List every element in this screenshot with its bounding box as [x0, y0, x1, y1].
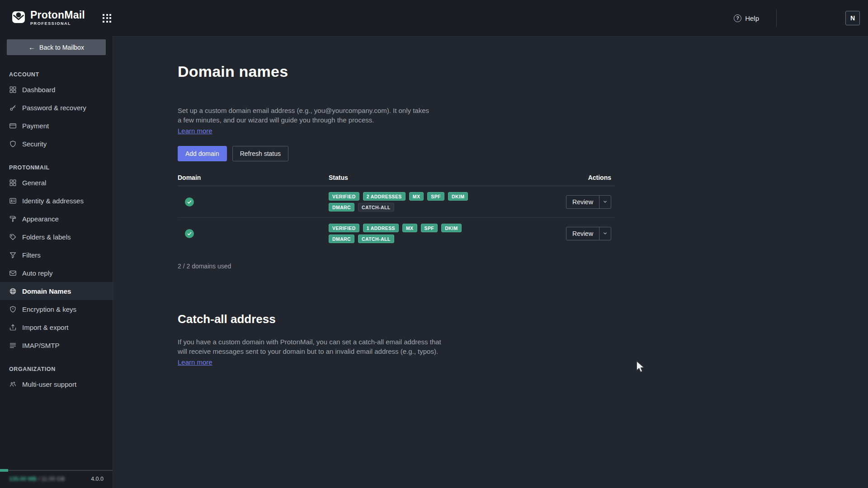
- table-row: VERIFIED 2 ADDRESSES MX SPF DKIM DMARC C…: [178, 186, 615, 218]
- shield-icon: [9, 305, 17, 313]
- grid-icon: [9, 179, 17, 187]
- back-to-mailbox-label: Back to Mailbox: [39, 44, 84, 51]
- sidebar-item-payment[interactable]: Payment: [0, 117, 113, 135]
- review-button[interactable]: Review: [566, 227, 599, 240]
- sidebar-item-label: Password & recovery: [22, 104, 86, 112]
- users-icon: [9, 380, 17, 388]
- funnel-icon: [9, 251, 17, 259]
- sidebar-item-label: Multi-user support: [22, 380, 76, 388]
- page-title: Domain names: [178, 63, 615, 80]
- sidebar-item-multi-user-support[interactable]: Multi-user support: [0, 375, 113, 393]
- sidebar-item-imap-smtp[interactable]: IMAP/SMTP: [0, 336, 113, 354]
- help-button[interactable]: ? Help: [734, 14, 759, 22]
- help-label: Help: [745, 14, 759, 22]
- sidebar-item-label: Domain Names: [22, 287, 71, 295]
- chevron-down-icon: [603, 199, 608, 204]
- domains-used-counter: 2 / 2 domains used: [178, 263, 615, 270]
- learn-more-link-domains[interactable]: Learn more: [178, 127, 212, 135]
- help-icon: ?: [734, 14, 741, 22]
- status-badge: DMARC: [329, 203, 354, 211]
- status-badge: 1 ADDRESS: [363, 224, 399, 232]
- tag-icon: [9, 233, 17, 241]
- sidebar-item-dashboard[interactable]: Dashboard: [0, 80, 113, 99]
- export-icon: [9, 324, 17, 331]
- status-badge: VERIFIED: [329, 192, 359, 201]
- sidebar-item-import-export[interactable]: Import & export: [0, 318, 113, 336]
- section-title-account: ACCOUNT: [0, 71, 113, 78]
- topbar: ProtonMail PROFESSIONAL ? Help N: [0, 0, 868, 36]
- domain-cell: [178, 229, 329, 238]
- app-switcher-button[interactable]: [99, 10, 115, 26]
- sidebar-item-label: Encryption & keys: [22, 305, 76, 313]
- storage-progress-used: [0, 469, 8, 472]
- topbar-right: ? Help N: [734, 9, 860, 27]
- protonmail-settings-app: ProtonMail PROFESSIONAL ? Help N ← Back …: [0, 0, 868, 488]
- domain-actions-row: Add domain Refresh status: [178, 146, 615, 161]
- status-badge: MX: [409, 192, 424, 201]
- verified-check-icon: [185, 197, 194, 206]
- protonmail-logo[interactable]: ProtonMail PROFESSIONAL: [11, 10, 85, 26]
- review-dropdown-toggle[interactable]: [599, 227, 611, 240]
- logo-title: ProtonMail: [30, 10, 85, 20]
- actions-cell: Review: [552, 227, 615, 240]
- sidebar-item-label: Filters: [22, 251, 41, 259]
- credit-card-icon: [9, 122, 17, 130]
- envelope-icon: [9, 269, 17, 277]
- review-button[interactable]: Review: [566, 196, 599, 208]
- logo-wordmark: ProtonMail PROFESSIONAL: [30, 10, 85, 26]
- sidebar-item-security[interactable]: Security: [0, 135, 113, 153]
- settings-content: Domain names Set up a custom domain emai…: [113, 36, 868, 488]
- sidebar-item-identity-addresses[interactable]: Identity & addresses: [0, 192, 113, 210]
- status-badges: VERIFIED 1 ADDRESS MX SPF DKIM DMARC CAT…: [329, 224, 473, 243]
- status-badge: CATCH-ALL: [358, 235, 394, 243]
- sidebar-item-label: Identity & addresses: [22, 197, 84, 205]
- domain-cell: [178, 197, 329, 206]
- review-split-button: Review: [566, 227, 611, 240]
- status-badge: VERIFIED: [329, 224, 359, 232]
- sidebar-item-auto-reply[interactable]: Auto reply: [0, 264, 113, 282]
- shield-icon: [9, 140, 17, 148]
- sidebar-item-label: Auto reply: [22, 269, 53, 277]
- sidebar-item-password-recovery[interactable]: Password & recovery: [0, 99, 113, 117]
- sidebar-item-label: Dashboard: [22, 86, 55, 94]
- sidebar-item-domain-names[interactable]: Domain Names: [0, 282, 113, 300]
- review-split-button: Review: [566, 195, 611, 209]
- status-badge: SPF: [427, 192, 444, 201]
- sidebar-item-encryption-keys[interactable]: Encryption & keys: [0, 300, 113, 318]
- add-domain-button[interactable]: Add domain: [178, 146, 227, 161]
- column-header-domain: Domain: [178, 174, 329, 181]
- topbar-divider: [776, 9, 777, 27]
- globe-icon: [9, 287, 17, 295]
- refresh-status-button[interactable]: Refresh status: [232, 146, 288, 161]
- sidebar-item-label: IMAP/SMTP: [22, 342, 60, 349]
- review-dropdown-toggle[interactable]: [599, 196, 611, 208]
- sidebar-item-appearance[interactable]: Appearance: [0, 210, 113, 228]
- table-row: VERIFIED 1 ADDRESS MX SPF DKIM DMARC CAT…: [178, 218, 615, 249]
- sidebar-item-general[interactable]: General: [0, 174, 113, 192]
- column-header-actions: Actions: [552, 174, 615, 181]
- catchall-body-text: If you have a custom domain with ProtonM…: [178, 337, 444, 356]
- back-to-mailbox-button[interactable]: ← Back to Mailbox: [7, 39, 106, 55]
- back-arrow-icon: ←: [28, 43, 35, 51]
- learn-more-link-catchall[interactable]: Learn more: [178, 358, 212, 366]
- status-badge: MX: [402, 224, 417, 232]
- catchall-section-title: Catch-all address: [178, 312, 615, 326]
- dashboard-grid-icon: [9, 86, 17, 94]
- id-card-icon: [9, 197, 17, 205]
- status-badges: VERIFIED 2 ADDRESSES MX SPF DKIM DMARC C…: [329, 192, 473, 211]
- section-title-organization: ORGANIZATION: [0, 366, 113, 372]
- sidebar-item-filters[interactable]: Filters: [0, 246, 113, 264]
- protonmail-logo-icon: [11, 10, 26, 26]
- settings-sidebar: ← Back to Mailbox ACCOUNT Dashboard Pass…: [0, 36, 113, 488]
- section-title-protonmail: PROTONMAIL: [0, 164, 113, 171]
- sidebar-item-label: Security: [22, 140, 47, 148]
- server-lines-icon: [9, 342, 17, 349]
- sidebar-item-label: Import & export: [22, 324, 69, 331]
- sidebar-item-folders-labels[interactable]: Folders & labels: [0, 228, 113, 246]
- logo-subtitle: PROFESSIONAL: [30, 22, 85, 26]
- user-avatar-button[interactable]: N: [845, 11, 860, 25]
- column-header-status: Status: [329, 174, 552, 181]
- status-badge: DKIM: [448, 192, 468, 201]
- paint-roller-icon: [9, 215, 17, 223]
- sidebar-footer: 135.00 MB / 11.00 GB 4.0.0: [0, 470, 113, 488]
